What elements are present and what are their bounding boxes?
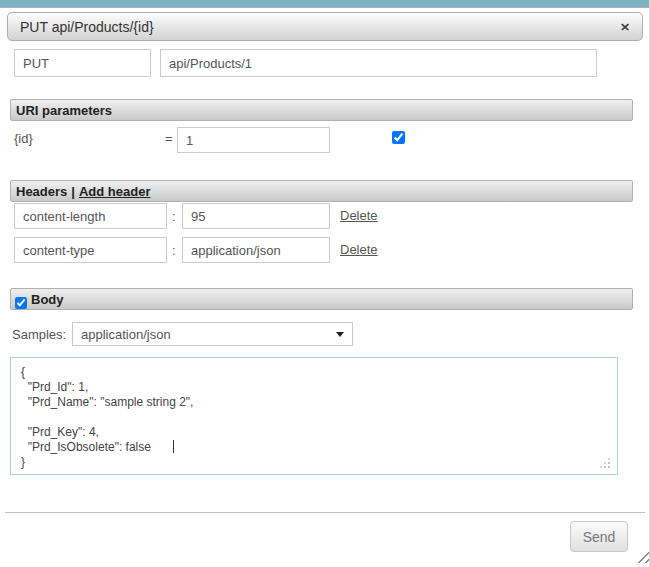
header-value-input[interactable]: [182, 237, 330, 263]
text-caret: [173, 440, 174, 453]
uri-param-checkbox[interactable]: [392, 131, 405, 144]
delete-header-link[interactable]: Delete: [340, 208, 378, 223]
header-name-input[interactable]: [14, 203, 167, 229]
header-name-input[interactable]: [14, 237, 167, 263]
window-resize-handle-icon[interactable]: [636, 550, 649, 563]
headers-title: Headers: [16, 184, 67, 199]
header-colon: :: [172, 243, 176, 258]
uri-parameters-title: URI parameters: [16, 103, 112, 118]
body-checkbox[interactable]: [15, 297, 27, 309]
send-button[interactable]: Send: [570, 521, 628, 552]
header-colon: :: [172, 209, 176, 224]
browser-top-strip: [0, 0, 650, 8]
samples-selected-value: application/json: [81, 327, 171, 342]
test-dialog: PUT api/Products/{id} ✕ URI parameters {…: [0, 0, 650, 567]
textarea-resize-grip-icon[interactable]: [600, 458, 602, 460]
dialog-titlebar: PUT api/Products/{id} ✕: [7, 12, 643, 41]
equals-sign: =: [165, 131, 173, 146]
uri-parameters-section-bar: URI parameters: [10, 99, 633, 121]
request-url-input[interactable]: [160, 49, 597, 77]
header-value-input[interactable]: [182, 203, 330, 229]
body-section-bar: Body: [10, 288, 633, 310]
add-header-link[interactable]: Add header: [79, 184, 151, 199]
request-body-textarea[interactable]: { "Prd_Id": 1, "Prd_Name": "sample strin…: [10, 357, 618, 475]
uri-param-value-input[interactable]: [177, 127, 330, 153]
uri-param-name: {id}: [14, 131, 33, 146]
dialog-title: PUT api/Products/{id}: [20, 19, 154, 35]
footer-divider: [5, 512, 645, 513]
samples-select[interactable]: application/json: [72, 322, 353, 346]
http-method-input[interactable]: [14, 49, 151, 77]
delete-header-link[interactable]: Delete: [340, 242, 378, 257]
chevron-down-icon: [336, 332, 344, 337]
close-icon[interactable]: ✕: [620, 21, 630, 32]
headers-separator: |: [71, 184, 75, 199]
headers-section-bar: Headers | Add header: [10, 180, 633, 202]
body-title: Body: [31, 292, 64, 307]
samples-label: Samples:: [12, 327, 66, 342]
